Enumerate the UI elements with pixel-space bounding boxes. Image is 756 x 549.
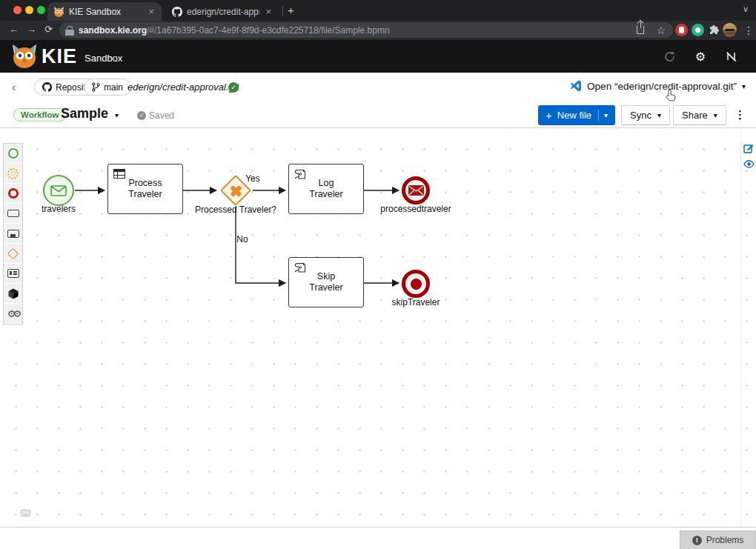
task-icon: [7, 210, 19, 217]
extended-services-disconnected-icon[interactable]: [719, 40, 744, 73]
palette-gateway-button[interactable]: [4, 244, 22, 264]
bpmn-diagram-canvas[interactable]: travelers Process Traveler Processed Tra…: [0, 127, 756, 528]
open-in-vscode-label: Open “ederign/credit-approval.git”: [587, 81, 737, 92]
mac-close-button[interactable]: [13, 6, 21, 14]
repository-breadcrumb-bar: ‹ Repository main ederign/credit-approva…: [0, 73, 756, 104]
toolbar-kebab-icon[interactable]: ⋮: [735, 108, 746, 122]
file-title-caret-icon[interactable]: ▾: [115, 111, 119, 119]
palette-subprocess-button[interactable]: [4, 224, 22, 244]
mac-zoom-button[interactable]: [37, 6, 45, 14]
palette-start-event-button[interactable]: [4, 144, 22, 164]
palette-intermediate-event-button[interactable]: [4, 164, 22, 184]
task-label: Log Traveler: [302, 178, 351, 200]
node-label: skipTraveler: [382, 297, 449, 307]
address-bar[interactable]: sandbox.kie.org/#/1a67b395-0ac7-4e9f-8f9…: [59, 22, 673, 38]
share-caret-icon: ▾: [714, 111, 717, 119]
palette-end-event-button[interactable]: [4, 184, 22, 204]
forward-icon[interactable]: →: [27, 24, 36, 35]
mouse-hand-cursor: [666, 89, 678, 103]
adblock-extension-icon[interactable]: [675, 24, 688, 36]
problems-panel-tab[interactable]: ! Problems: [680, 530, 756, 549]
mac-minimize-button[interactable]: [25, 6, 33, 14]
share-dropdown-button[interactable]: Share ▾: [673, 105, 726, 125]
task-label: Process Traveler: [121, 178, 170, 200]
new-file-caret-icon[interactable]: ▾: [604, 111, 608, 119]
subprocess-icon: [7, 230, 19, 238]
branch-badge-label: main: [104, 82, 123, 93]
intermediate-event-icon: [7, 168, 19, 179]
browser-profile-avatar[interactable]: [723, 23, 737, 37]
url-path: /#/1a67b395-0ac7-4e9f-8f9d-e3cdfe225718/…: [147, 25, 390, 36]
palette-task-button[interactable]: [4, 204, 22, 224]
saved-label: Saved: [149, 110, 174, 121]
problems-label: Problems: [706, 535, 744, 545]
node-label: processedtraveler: [375, 204, 457, 214]
tab-close-icon[interactable]: ×: [147, 6, 156, 17]
file-title[interactable]: Sample: [61, 106, 108, 122]
reload-icon[interactable]: ⟳: [44, 24, 53, 35]
terminate-circle-icon: [411, 279, 422, 290]
bottom-dock: ! Problems: [0, 528, 756, 549]
node-label: Processed Traveler?: [191, 204, 280, 215]
gateway-icon: [7, 247, 19, 259]
workflow-type-badge: Workflow: [13, 108, 67, 122]
tab-search-chevron-icon[interactable]: ∨: [743, 4, 749, 14]
back-chevron-icon[interactable]: ‹: [12, 81, 16, 94]
preview-eye-toggle[interactable]: [743, 158, 755, 171]
saved-check-icon: ✓: [137, 111, 146, 120]
start-event-icon: [8, 148, 19, 159]
properties-panel-toggle[interactable]: [743, 143, 754, 156]
cube-icon: [8, 288, 19, 299]
gears-icon: ⚙⚙: [7, 308, 19, 319]
kie-brand-text: KIE: [42, 45, 77, 68]
end-event-skiptraveler[interactable]: [402, 270, 430, 298]
share-page-icon[interactable]: [637, 26, 644, 34]
tab-title: KIE Sandbox: [69, 7, 142, 17]
back-icon[interactable]: ←: [9, 24, 19, 35]
message-envelope-icon: [50, 185, 67, 196]
browser-tab-strip: KIE Sandbox × ederign/credit-approval × …: [0, 0, 756, 21]
sync-dropdown-button[interactable]: Sync ▾: [621, 105, 670, 125]
script-icon: [294, 169, 306, 180]
tab-close-icon[interactable]: ×: [264, 6, 273, 17]
extension-icon[interactable]: [692, 24, 704, 36]
settings-gear-icon[interactable]: ⚙: [688, 40, 713, 73]
extensions-puzzle-icon[interactable]: [708, 24, 720, 36]
script-icon: [294, 262, 306, 273]
sync-status-icon[interactable]: [657, 40, 682, 73]
new-tab-button[interactable]: +: [288, 4, 294, 16]
new-file-button[interactable]: + New file ▾: [538, 105, 615, 125]
sync-label: Sync: [630, 110, 651, 121]
kie-favicon: [53, 7, 64, 17]
task-log-traveler[interactable]: Log Traveler: [288, 164, 364, 214]
message-envelope-filled-icon: [408, 185, 424, 196]
kie-sandbox-header: KIE Sandbox ⚙: [0, 40, 756, 73]
browser-tab-kie-sandbox[interactable]: KIE Sandbox ×: [47, 2, 162, 21]
edge-label-no: No: [231, 234, 253, 244]
sync-caret-icon: ▾: [657, 111, 661, 119]
start-event-travelers[interactable]: [43, 175, 74, 206]
github-icon: [42, 82, 52, 92]
task-process-traveler[interactable]: Process Traveler: [107, 164, 183, 214]
repository-file-name: ederign/credit-approval.git: [127, 81, 239, 93]
task-skip-traveler[interactable]: Skip Traveler: [288, 257, 364, 307]
flow-no-to-skip[interactable]: [236, 207, 285, 283]
tab-title: ederign/credit-approval: [187, 7, 259, 17]
palette-custom-task-button[interactable]: [4, 264, 22, 284]
caret-down-icon[interactable]: ▾: [742, 82, 746, 90]
url-domain: sandbox.kie.org: [79, 25, 147, 36]
branch-badge[interactable]: main: [84, 79, 131, 96]
browser-menu-kebab-icon[interactable]: ⋮: [743, 24, 754, 36]
keyboard-shortcuts-icon[interactable]: [21, 506, 30, 519]
new-file-label: New file: [557, 110, 591, 121]
git-branch-icon: [92, 82, 100, 92]
task-label: Skip Traveler: [302, 271, 351, 293]
business-rule-icon: [113, 169, 125, 179]
share-label: Share: [682, 110, 708, 121]
browser-tab-github[interactable]: ederign/credit-approval ×: [166, 2, 279, 21]
open-in-vscode-button[interactable]: Open “ederign/credit-approval.git” ▾: [570, 80, 746, 92]
end-event-processedtraveler[interactable]: [402, 176, 430, 204]
palette-artifacts-button[interactable]: [4, 284, 22, 304]
bookmark-star-icon[interactable]: ☆: [656, 24, 666, 36]
palette-service-tasks-button[interactable]: ⚙⚙: [4, 304, 22, 324]
